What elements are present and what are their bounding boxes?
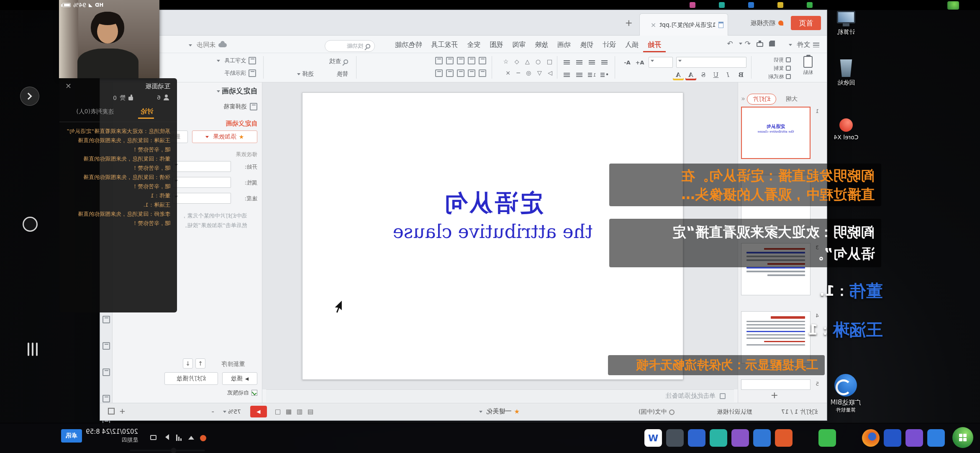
rail-selection-icon[interactable] xyxy=(103,369,110,376)
fit-slide-icon[interactable] xyxy=(108,408,115,415)
print-icon[interactable] xyxy=(757,42,763,47)
collapse-sidebar-button[interactable] xyxy=(20,87,39,106)
rail-help-icon[interactable] xyxy=(103,395,110,402)
tab-outline[interactable]: 大纲 xyxy=(780,94,803,105)
zoom-out-button[interactable]: - xyxy=(212,407,215,415)
desktop-icon-computer[interactable]: 计算机 xyxy=(826,11,866,36)
replace-button[interactable]: 替换 xyxy=(336,70,348,78)
line-spacing-icon[interactable] xyxy=(562,69,572,80)
quick-style-icon[interactable] xyxy=(446,69,454,77)
tab-developer[interactable]: 开发工具 xyxy=(426,37,462,52)
tab-slides[interactable]: 幻灯片 xyxy=(747,94,776,105)
redo-icon[interactable]: ↷ xyxy=(727,39,733,48)
bold-button[interactable]: B xyxy=(736,69,747,80)
taskbar-firefox-icon[interactable] xyxy=(862,429,880,447)
slide-thumbnail-5[interactable] xyxy=(741,379,811,390)
chart-icon[interactable] xyxy=(435,57,443,64)
format-painter-button[interactable]: 格式刷 xyxy=(769,72,791,81)
increase-font-button[interactable]: A+ xyxy=(634,57,645,68)
find-button[interactable]: 查找 xyxy=(329,58,348,65)
search-input[interactable]: 找功能 xyxy=(325,40,375,52)
tab-insert[interactable]: 插入 xyxy=(621,37,643,52)
align-center-icon[interactable] xyxy=(587,57,598,68)
paste-button[interactable]: 粘贴 xyxy=(796,55,820,80)
floating-menu-button[interactable] xyxy=(28,343,38,356)
close-tab-icon[interactable]: × xyxy=(651,21,656,29)
docer-template-tab[interactable]: 稻壳模板 xyxy=(750,16,783,30)
rail-animation-icon[interactable] xyxy=(103,342,110,350)
tray-expand-icon[interactable] xyxy=(188,436,194,440)
document-tab[interactable]: 1定语从句的复习.ppt × xyxy=(639,13,728,36)
slide-thumbnail-1[interactable]: 定语从句 the attributive clause xyxy=(741,107,811,159)
file-menu[interactable]: 文件 xyxy=(789,39,819,50)
taskbar-app-13-icon[interactable] xyxy=(666,429,684,447)
network-icon[interactable] xyxy=(176,434,182,441)
tray-app-icon[interactable] xyxy=(200,435,206,441)
decrease-font-button[interactable]: A- xyxy=(622,57,633,68)
font-size-combo[interactable] xyxy=(649,57,673,68)
select-button[interactable]: 选择 xyxy=(297,70,314,78)
indent-icon[interactable] xyxy=(574,69,585,80)
tray-badge[interactable]: 卓讯 xyxy=(61,429,82,443)
bullet-list-icon[interactable]: • xyxy=(599,69,610,80)
tab-slideshow[interactable]: 放映 xyxy=(530,37,553,52)
numbered-list-icon[interactable]: 1 xyxy=(587,69,598,80)
design-template-label[interactable]: 默认设计模板 xyxy=(717,408,752,416)
taskbar-app-2-icon[interactable] xyxy=(906,429,923,447)
play-animation-button[interactable]: ▶播放 xyxy=(222,372,257,385)
chat-message-list[interactable]: 系统消息：欢迎大家来观看直播“定语从句” 王涵琳：回复消息，先来围观你的直播 嗯… xyxy=(65,127,170,228)
zoom-percent[interactable]: 75% xyxy=(223,408,241,415)
normal-view-icon[interactable]: ▤ xyxy=(305,407,316,417)
justify-icon[interactable] xyxy=(562,57,572,68)
taskbar-app-1-icon[interactable] xyxy=(927,429,945,447)
taskbar-word-icon[interactable]: W xyxy=(644,429,662,447)
text-tool-button[interactable]: 文字工具 xyxy=(217,57,256,64)
taskbar-clock[interactable]: 2020/12/24 8:59 星期四 xyxy=(86,427,138,444)
desktop-gadget-icon[interactable] xyxy=(947,1,959,10)
tab-animation[interactable]: 动画 xyxy=(553,37,575,52)
zoom-in-button[interactable]: + xyxy=(119,407,126,415)
tab-design[interactable]: 设计 xyxy=(598,37,621,52)
notes-bar[interactable]: 单击此处添加备注 xyxy=(266,389,734,402)
move-up-button[interactable]: ↑ xyxy=(195,358,205,369)
desktop-icon-corel[interactable]: Corel X4 xyxy=(826,118,866,141)
slide-sorter-icon[interactable]: ▥ xyxy=(295,407,305,417)
copy-button[interactable]: 复制 xyxy=(769,64,791,72)
fill-color-icon[interactable] xyxy=(479,69,486,77)
strikethrough-button[interactable]: S xyxy=(698,69,709,80)
start-combo[interactable] xyxy=(172,161,231,172)
sync-status[interactable]: 未同步 xyxy=(189,41,227,49)
beautify-button[interactable]: ★ 一键美化 xyxy=(479,407,520,415)
tab-review[interactable]: 审阅 xyxy=(508,37,530,52)
desktop-icon-recycle-bin[interactable]: 回收站 xyxy=(826,59,866,87)
table-icon[interactable] xyxy=(446,57,454,64)
tab-mic-list[interactable]: 连麦列表(0人) xyxy=(76,108,114,115)
reading-view-icon[interactable]: ▦ xyxy=(284,407,294,417)
tab-home[interactable]: 开始 xyxy=(643,37,666,52)
desktop-icon-glodon-bim[interactable]: 广联达BIM 算量软件 xyxy=(823,374,869,414)
language-status[interactable]: 中文(中国) xyxy=(639,408,675,416)
volume-icon[interactable] xyxy=(162,434,169,440)
taskbar-app-12-icon[interactable] xyxy=(688,429,705,447)
tab-transition[interactable]: 切换 xyxy=(575,37,598,52)
add-effect-button[interactable]: ★添加效果 xyxy=(192,131,257,143)
taskbar-app-6-icon[interactable] xyxy=(818,429,836,447)
arrange-icon[interactable] xyxy=(457,69,464,77)
tab-discussion[interactable]: 讨论 xyxy=(141,107,153,115)
taskbar-app-11-icon[interactable] xyxy=(710,429,727,447)
italic-button[interactable]: I xyxy=(723,69,734,80)
speed-combo[interactable] xyxy=(172,193,231,204)
taskbar-app-3-icon[interactable] xyxy=(884,429,901,447)
close-panel-icon[interactable]: × xyxy=(65,81,72,90)
tab-view[interactable]: 视图 xyxy=(485,37,508,52)
textbox-icon[interactable] xyxy=(479,57,486,64)
assistant-button[interactable]: 演示助手 xyxy=(224,69,256,77)
collapse-panel-icon[interactable]: « xyxy=(741,95,745,102)
shapes-gallery[interactable]: □ ○ △ ◇ ☆▷ ▽ ◎ ─ × xyxy=(498,56,552,79)
floating-record-button[interactable] xyxy=(23,217,38,232)
font-name-combo[interactable] xyxy=(676,57,747,68)
like-count[interactable]: 赞 0 xyxy=(113,94,133,102)
picture-icon[interactable] xyxy=(457,57,464,64)
taskbar-app-10-icon[interactable] xyxy=(731,429,749,447)
group-icon[interactable] xyxy=(435,69,443,77)
